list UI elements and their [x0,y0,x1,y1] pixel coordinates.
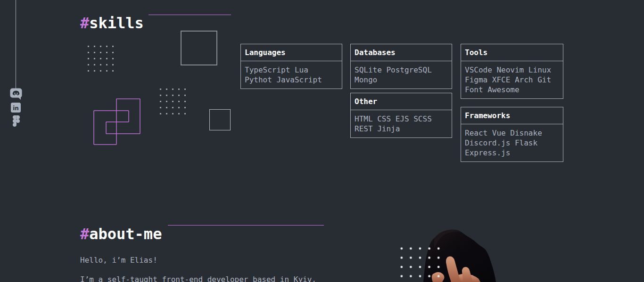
dots-grid-decoration [85,43,116,74]
portfolio-page: in #skills Langua [0,0,644,282]
skill-box-items: VSCode Neovim Linux Figma XFCE Arch Git … [461,61,563,98]
about-section-title: #about-me [80,225,162,243]
square-outline-decoration [209,109,231,130]
about-heading-line [168,225,324,226]
skill-box-frameworks: Frameworks React Vue Disnake Discord.js … [461,107,563,162]
skill-box-title: Languages [241,44,342,61]
about-paragraph: I’m a self-taught front-end developer ba… [80,274,327,282]
skill-box-databases: Databases SQLite PostgreSQL Mongo [350,44,452,89]
square-outline-decoration [181,31,217,65]
linkedin-icon[interactable]: in [11,103,21,114]
about-greeting: Hello, i’m Elias! [80,254,157,266]
about-title-hash: # [80,225,89,243]
skill-box-title: Frameworks [461,107,563,124]
skill-box-items: TypeScript Lua Pythot JavaScript [241,61,342,89]
skill-box-title: Databases [351,44,452,61]
figma-icon[interactable] [12,115,20,129]
dots-grid-decoration [397,244,443,282]
skills-title-hash: # [80,14,89,32]
left-rail-line [16,0,16,89]
skills-section-title: #skills [80,14,144,32]
skill-box-other: Other HTML CSS EJS SCSS REST Jinja [350,93,452,138]
skill-box-items: HTML CSS EJS SCSS REST Jinja [351,110,452,137]
dots-grid-decoration [157,86,188,117]
skill-box-title: Tools [461,44,563,61]
interlocked-squares-decoration [91,96,144,149]
discord-icon[interactable] [10,88,22,102]
skills-heading-line [149,15,231,15]
skill-box-tools: Tools VSCode Neovim Linux Figma XFCE Arc… [461,44,563,99]
skill-box-items: React Vue Disnake Discord.js Flask Expre… [461,124,563,161]
skill-box-languages: Languages TypeScript Lua Pythot JavaScri… [240,44,342,89]
skill-box-title: Other [351,93,452,110]
about-title-text: about-me [89,225,162,243]
skill-box-items: SQLite PostgreSQL Mongo [351,61,452,89]
svg-text:in: in [13,105,19,112]
skills-title-text: skills [89,14,144,32]
